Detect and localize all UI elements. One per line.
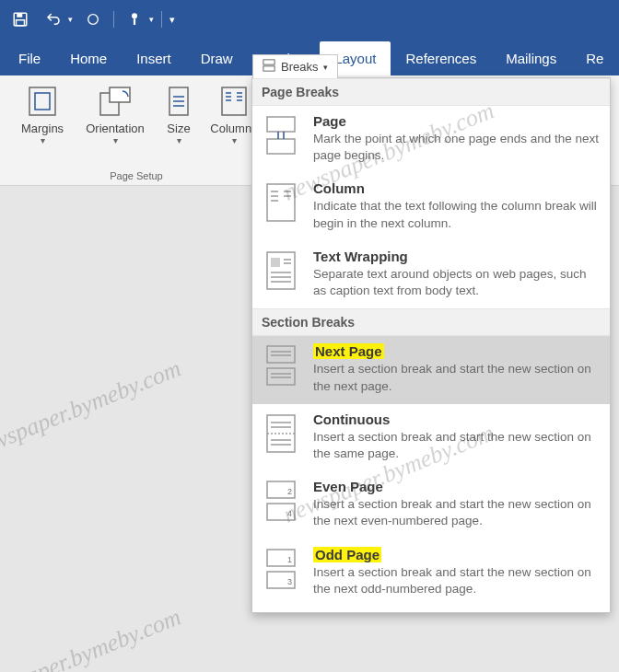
margins-icon <box>26 85 59 118</box>
svg-rect-21 <box>267 184 295 221</box>
menu-item-title: Odd Page <box>313 547 601 562</box>
page-break-icon <box>262 113 300 157</box>
watermark: newspaper.bymeby.com <box>0 354 185 464</box>
orientation-button[interactable]: Orientation ▾ <box>79 81 151 149</box>
svg-rect-1 <box>17 13 22 17</box>
tab-file[interactable]: File <box>4 41 55 75</box>
page-setup-group-label: Page Setup <box>110 170 163 185</box>
menu-item-desc: Insert a section break and start the new… <box>313 429 601 462</box>
size-icon <box>162 85 195 118</box>
margins-button[interactable]: Margins ▾ <box>11 81 74 149</box>
ribbon-group-page-setup: Margins ▾ Orientation ▾ Size ▾ <box>6 81 267 185</box>
svg-rect-6 <box>35 93 50 110</box>
save-icon[interactable] <box>7 6 33 32</box>
columns-label: Columns <box>210 122 257 135</box>
menu-item-title: Continuous <box>313 411 601 427</box>
column-break-icon <box>262 180 300 225</box>
tab-draw[interactable]: Draw <box>186 41 248 75</box>
breaks-button[interactable]: Breaks ▾ <box>252 54 338 78</box>
svg-rect-17 <box>263 60 274 64</box>
menu-item-title: Next Page <box>313 343 601 359</box>
margins-label: Margins <box>21 122 64 135</box>
breaks-icon <box>263 59 275 75</box>
undo-dropdown-icon[interactable]: ▾ <box>68 15 73 24</box>
svg-rect-10 <box>222 87 246 115</box>
svg-rect-37 <box>267 368 295 385</box>
undo-icon[interactable] <box>41 6 66 32</box>
tab-home[interactable]: Home <box>55 41 122 75</box>
qat-separator <box>113 11 114 28</box>
menu-item-column[interactable]: Column Indicate that the text following … <box>252 173 610 240</box>
size-label: Size <box>167 122 190 135</box>
svg-rect-8 <box>110 87 130 102</box>
chevron-down-icon: ▾ <box>177 135 181 145</box>
svg-rect-2 <box>17 20 25 26</box>
continuous-break-icon <box>262 411 300 456</box>
qat-separator-2 <box>161 11 162 28</box>
menu-item-desc: Insert a section break and start the new… <box>313 496 601 529</box>
menu-item-title: Column <box>313 180 601 196</box>
breaks-dropdown-menu: Breaks ▾ Page Breaks Page Mark the point… <box>251 77 611 613</box>
columns-icon <box>217 85 251 118</box>
customize-qat-icon[interactable]: ▾ <box>169 14 175 26</box>
svg-text:3: 3 <box>287 577 292 586</box>
chevron-down-icon: ▾ <box>41 135 45 145</box>
chevron-down-icon: ▾ <box>323 63 328 72</box>
menu-item-text-wrapping[interactable]: Text Wrapping Separate text around objec… <box>252 241 610 308</box>
redo-icon[interactable] <box>80 6 106 32</box>
tab-review-partial[interactable]: Re <box>571 41 603 75</box>
menu-item-page[interactable]: Page Mark the point at which one page en… <box>252 106 610 173</box>
orientation-label: Orientation <box>86 122 145 135</box>
tab-insert[interactable]: Insert <box>122 41 186 75</box>
svg-rect-34 <box>267 346 295 363</box>
svg-rect-28 <box>271 258 280 267</box>
size-button[interactable]: Size ▾ <box>157 81 201 149</box>
svg-rect-19 <box>267 117 295 132</box>
odd-page-break-icon: 13 <box>262 547 300 591</box>
menu-item-title: Text Wrapping <box>313 249 601 264</box>
menu-header-page-breaks: Page Breaks <box>252 78 610 106</box>
menu-item-next-page[interactable]: Next Page Insert a section break and sta… <box>252 336 610 403</box>
menu-item-desc: Separate text around objects on web page… <box>313 266 601 299</box>
tab-mailings[interactable]: Mailings <box>491 41 571 75</box>
touch-mode-icon[interactable] <box>122 6 147 32</box>
text-wrapping-icon <box>262 249 300 293</box>
menu-item-desc: Indicate that the text following the col… <box>313 198 601 231</box>
orientation-icon <box>99 85 132 118</box>
menu-item-title: Even Page <box>313 479 601 494</box>
menu-item-continuous[interactable]: Continuous Insert a section break and st… <box>252 404 610 471</box>
menu-item-desc: Insert a section break and start the new… <box>313 361 601 394</box>
next-page-break-icon <box>262 343 300 388</box>
svg-point-4 <box>132 13 137 18</box>
chevron-down-icon: ▾ <box>232 135 237 145</box>
svg-point-3 <box>88 15 99 25</box>
menu-item-odd-page[interactable]: 13 Odd Page Insert a section break and s… <box>252 539 610 607</box>
svg-text:1: 1 <box>287 555 292 564</box>
svg-rect-18 <box>263 66 274 71</box>
svg-rect-20 <box>267 139 295 154</box>
breaks-button-label: Breaks <box>281 60 318 74</box>
touch-dropdown-icon[interactable]: ▾ <box>149 15 154 24</box>
svg-rect-5 <box>29 87 55 115</box>
svg-text:4: 4 <box>287 509 292 518</box>
tab-references[interactable]: References <box>391 41 491 75</box>
menu-item-even-page[interactable]: 24 Even Page Insert a section break and … <box>252 471 610 539</box>
quick-access-toolbar: ▾ ▾ ▾ <box>0 0 619 39</box>
svg-text:2: 2 <box>287 487 292 496</box>
menu-header-section-breaks: Section Breaks <box>252 308 610 336</box>
menu-item-desc: Mark the point at which one page ends an… <box>313 131 601 164</box>
even-page-break-icon: 24 <box>262 479 300 523</box>
menu-item-title: Page <box>313 113 601 129</box>
menu-item-desc: Insert a section break and start the new… <box>313 564 601 597</box>
watermark: newspaper.bymeby.com <box>0 603 185 672</box>
chevron-down-icon: ▾ <box>113 135 118 145</box>
